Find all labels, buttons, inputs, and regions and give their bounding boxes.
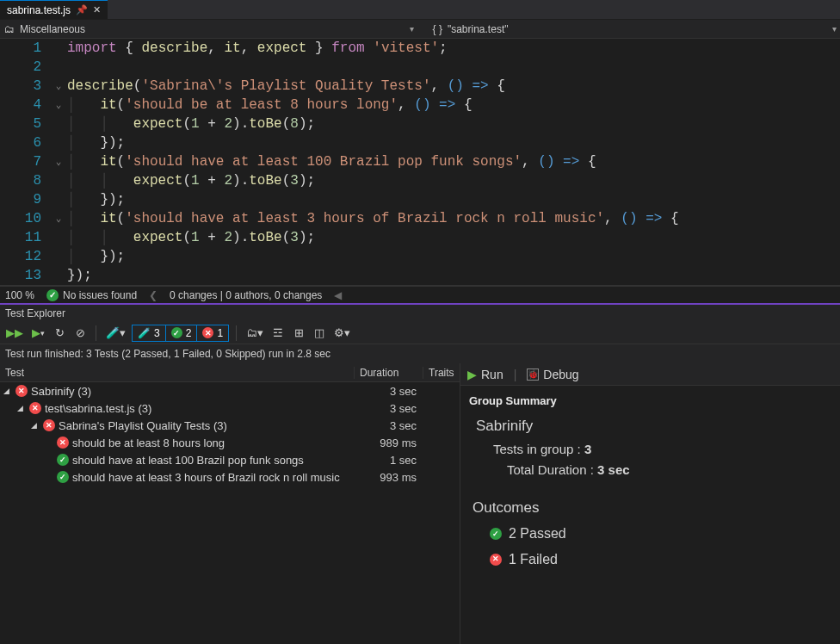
chevron-down-icon[interactable]: ▾ [410,24,414,34]
detail-run-button[interactable]: ▶ Run [467,368,503,381]
test-explorer-title: Test Explorer [0,305,840,322]
total-duration-value: 3 sec [597,462,630,477]
expand-arrow-icon[interactable]: ◢ [17,404,26,412]
chevron-left-icon: ◀ [334,289,342,301]
code-line[interactable]: 1import { describe, it, expect } from 'v… [0,39,840,58]
code-line[interactable]: 3⌄describe('Sabrina\'s Playlist Quality … [0,77,840,96]
fail-icon: ✕ [490,554,502,566]
code-line[interactable]: 11│ │ expect(1 + 2).toBe(3); [0,228,840,247]
fold-toggle [50,58,67,77]
test-row[interactable]: ◢✕Sabrina's Playlist Quality Tests (3)3 … [0,417,460,434]
line-number: 1 [0,39,50,58]
test-row[interactable]: ◢✕Sabrinify (3)3 sec [0,382,460,399]
fold-toggle [50,39,67,58]
pin-icon[interactable]: 📌 [76,4,88,15]
line-number: 12 [0,247,50,266]
code-content: import { describe, it, expect } from 'vi… [67,39,840,58]
fold-toggle [50,133,67,152]
test-name: test\sabrina.test.js (3) [45,402,151,415]
outcome-filter-group: 🧪 3 ✓ 2 ✕ 1 [132,325,229,342]
code-line[interactable]: 13}); [0,266,840,285]
code-content [67,58,840,77]
settings-button[interactable]: ⚙▾ [331,325,353,342]
code-line[interactable]: 2 [0,58,840,77]
code-line[interactable]: 7⌄│ it('should have at least 100 Brazil … [0,152,840,171]
detail-debug-button[interactable]: 🐞 Debug [527,368,578,381]
check-icon: ✓ [46,289,59,301]
fold-toggle [50,115,67,133]
chevron-left-icon: ❮ [149,289,158,301]
line-number: 11 [0,228,50,247]
code-line[interactable]: 4⌄│ it('should be at least 8 hours long'… [0,96,840,115]
code-line[interactable]: 8│ │ expect(1 + 2).toBe(3); [0,171,840,190]
code-content: │ │ expect(1 + 2).toBe(3); [67,228,840,247]
line-number: 6 [0,133,50,152]
test-row[interactable]: ✕should be at least 8 hours long989 ms [0,434,460,451]
chevron-down-icon[interactable]: ▾ [832,24,837,34]
issues-indicator[interactable]: ✓ No issues found [46,289,137,301]
expand-arrow-icon[interactable]: ◢ [31,421,40,430]
code-content: │ }); [67,190,840,209]
col-test[interactable]: Test [0,367,355,379]
file-tab[interactable]: sabrina.test.js 📌 ✕ [0,0,108,19]
test-columns-header: Test Duration Traits [0,363,460,382]
tests-in-group-label: Tests in group : [493,442,581,456]
line-number: 4 [0,96,50,115]
filter-passed[interactable]: ✓ 2 [166,325,198,342]
flask-icon: 🧪 [138,327,151,339]
test-duration: 3 sec [355,385,423,398]
code-line[interactable]: 6│ }); [0,133,840,152]
line-number: 8 [0,171,50,190]
test-tree[interactable]: ◢✕Sabrinify (3)3 sec◢✕test\sabrina.test.… [0,382,460,644]
filter-failed[interactable]: ✕ 1 [197,325,229,342]
changes-indicator[interactable]: 0 changes | 0 authors, 0 changes [170,289,322,301]
detail-toolbar: ▶ Run | 🐞 Debug [460,363,840,386]
fold-toggle[interactable]: ⌄ [50,77,67,96]
outcome-failed: ✕ 1 Failed [490,548,831,571]
tab-strip: sabrina.test.js 📌 ✕ [0,0,840,20]
expand-arrow-icon[interactable]: ◢ [3,387,12,395]
repeat-button[interactable]: ↻ [51,325,68,342]
run-all-button[interactable]: ▶▶ [3,325,26,342]
code-line[interactable]: 12│ }); [0,247,840,266]
code-editor[interactable]: 1import { describe, it, expect } from 'v… [0,39,840,286]
close-icon[interactable]: ✕ [93,4,101,15]
fold-toggle[interactable]: ⌄ [50,209,67,228]
test-row[interactable]: ✓should have at least 3 hours of Brazil … [0,468,460,486]
code-content: │ │ expect(1 + 2).toBe(8); [67,115,840,133]
code-content: │ }); [67,133,840,152]
fail-icon: ✕ [15,385,28,397]
code-content: }); [67,266,840,285]
line-number: 10 [0,209,50,228]
test-name: should be at least 8 hours long [72,437,225,449]
playlist-button[interactable]: 🧪▾ [103,325,128,342]
outcomes-label: Outcomes [472,496,831,519]
layout-button[interactable]: ◫ [311,325,328,342]
symbol-dropdown[interactable]: "sabrina.test" [448,23,509,35]
test-duration: 993 ms [355,471,423,484]
group-by-button[interactable]: 🗂▾ [244,325,266,342]
run-button[interactable]: ▶ ▾ [29,325,47,342]
test-row[interactable]: ◢✕test\sabrina.test.js (3)3 sec [0,399,460,417]
total-duration-label: Total Duration : [507,462,594,477]
code-line[interactable]: 5│ │ expect(1 + 2).toBe(8); [0,115,840,133]
code-line[interactable]: 9│ }); [0,190,840,209]
pass-icon: ✓ [57,471,69,483]
pass-icon: ✓ [57,454,69,466]
scope-dropdown[interactable]: Miscellaneous [20,23,85,35]
col-duration[interactable]: Duration [355,367,423,379]
fold-toggle[interactable]: ⌄ [50,152,67,171]
code-line[interactable]: 10⌄│ it('should have at least 3 hours of… [0,209,840,228]
fold-toggle[interactable]: ⌄ [50,96,67,115]
col-traits[interactable]: Traits [423,367,460,379]
filter-total[interactable]: 🧪 3 [132,325,166,342]
fail-icon: ✕ [202,327,213,338]
code-content: │ │ expect(1 + 2).toBe(3); [67,171,840,190]
test-row[interactable]: ✓should have at least 100 Brazil pop fun… [0,451,460,468]
code-content: │ it('should have at least 100 Brazil po… [67,152,840,171]
columns-button[interactable]: ⊞ [290,325,307,342]
test-explorer-toolbar: ▶▶ ▶ ▾ ↻ ⊘ 🧪▾ 🧪 3 ✓ 2 ✕ 1 🗂▾ ☲ ⊞ ◫ ⚙▾ [0,322,840,344]
zoom-level[interactable]: 100 % [5,289,34,301]
view-tree-button[interactable]: ☲ [269,325,287,342]
cancel-button[interactable]: ⊘ [71,325,89,342]
